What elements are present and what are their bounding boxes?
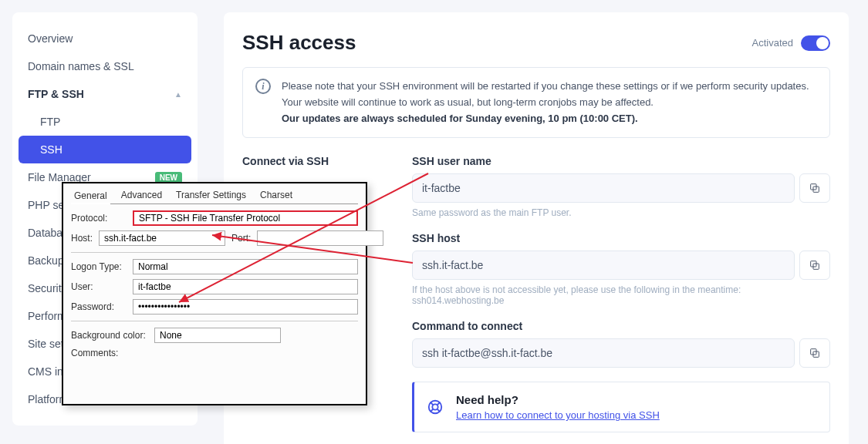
dialog-protocol-input[interactable]: [133, 210, 358, 226]
svg-point-7: [432, 405, 437, 410]
dialog-port-input[interactable]: [257, 230, 383, 246]
connect-via-label: Connect via SSH: [242, 155, 381, 167]
svg-line-10: [431, 409, 434, 412]
dialog-protocol-label: Protocol:: [71, 213, 127, 224]
help-link[interactable]: Learn how to connect to your hosting via…: [456, 409, 660, 421]
dialog-tab-charset[interactable]: Charset: [257, 188, 296, 204]
help-title: Need help?: [456, 393, 660, 406]
dialog-port-label: Port:: [231, 233, 251, 244]
copy-command-button[interactable]: [799, 338, 830, 368]
dialog-tab-advanced[interactable]: Advanced: [118, 188, 165, 204]
activated-label: Activated: [752, 37, 793, 49]
dialog-bg-label: Background color:: [71, 330, 148, 341]
life-ring-icon: [427, 399, 444, 415]
help-box: Need help? Learn how to connect to your …: [412, 382, 830, 432]
command-label: Command to connect: [412, 320, 830, 332]
dialog-password-input[interactable]: [133, 299, 358, 314]
info-text: Please note that your SSH environment wi…: [282, 80, 809, 108]
username-hint: Same password as the main FTP user.: [412, 207, 830, 218]
dialog-password-label: Password:: [71, 301, 127, 312]
copy-host-button[interactable]: [799, 251, 830, 280]
svg-line-8: [431, 402, 434, 405]
dialog-host-label: Host:: [71, 233, 93, 244]
activated-toggle[interactable]: [801, 35, 830, 51]
dialog-user-input[interactable]: [133, 279, 358, 294]
sidebar-item-overview[interactable]: Overview: [19, 25, 191, 52]
username-field: it-factbe: [412, 173, 795, 203]
dialog-bg-select[interactable]: [154, 328, 281, 343]
copy-username-button[interactable]: [799, 173, 830, 203]
dialog-logon-label: Logon Type:: [71, 261, 127, 272]
sidebar-item-ftp[interactable]: FTP: [19, 108, 191, 136]
host-hint: If the host above is not accessible yet,…: [412, 284, 830, 306]
dialog-comments-label: Comments:: [71, 348, 127, 358]
username-label: SSH user name: [412, 155, 830, 167]
host-field: ssh.it-fact.be: [412, 251, 795, 280]
svg-line-9: [437, 409, 441, 412]
sidebar-item-ftpssh[interactable]: FTP & SSH▲: [19, 80, 191, 108]
host-label: SSH host: [412, 232, 830, 244]
dialog-user-label: User:: [71, 281, 127, 292]
dialog-tab-general[interactable]: General: [71, 189, 110, 204]
info-bold: Our updates are always scheduled for Sun…: [282, 113, 638, 124]
info-box: i Please note that your SSH environment …: [242, 67, 830, 138]
sidebar-item-ssh[interactable]: SSH: [19, 136, 191, 163]
page-title: SSH access: [242, 31, 356, 55]
copy-icon: [809, 347, 821, 359]
chevron-up-icon: ▲: [174, 90, 182, 99]
info-icon: i: [255, 79, 271, 94]
svg-line-11: [437, 402, 441, 405]
command-field: ssh it-factbe@ssh.it-fact.be: [412, 338, 795, 368]
dialog-logon-select[interactable]: [133, 259, 358, 274]
copy-icon: [809, 182, 821, 194]
dialog-tab-transfer[interactable]: Transfer Settings: [173, 188, 249, 204]
copy-icon: [809, 259, 821, 271]
filezilla-dialog: General Advanced Transfer Settings Chars…: [62, 182, 367, 405]
sidebar-item-domains[interactable]: Domain names & SSL: [19, 52, 191, 80]
dialog-host-input[interactable]: [99, 230, 225, 246]
